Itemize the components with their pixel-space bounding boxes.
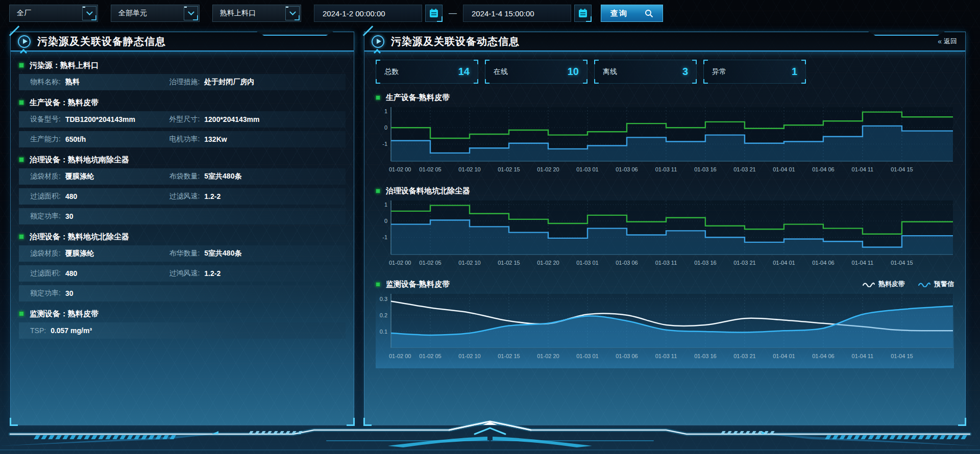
legend-item[interactable]: 预警信 <box>918 280 954 289</box>
chart-wrap: 10-101-02 0001-02 0501-02 1001-02 1501-0… <box>376 197 954 275</box>
info-pair: 过滤面积:480 <box>30 192 77 201</box>
info-pair: TSP:0.057 mg/m³ <box>30 326 92 335</box>
chart-canvas-1: 10-101-02 0001-02 0501-02 1001-02 1501-0… <box>376 197 955 273</box>
corner-bracket <box>692 79 697 84</box>
info-value: 覆膜涤纶 <box>65 249 94 258</box>
chart-title: 治理设备料地坑北除尘器 <box>376 184 954 197</box>
chart-title: 监测设备-熟料皮带熟料皮带预警信 <box>376 278 954 291</box>
svg-text:01-02 00: 01-02 00 <box>389 166 411 172</box>
charts-area: 生产设备-熟料皮带10-101-02 0001-02 0501-02 1001-… <box>376 91 954 368</box>
back-button[interactable]: « 返回 <box>938 32 957 51</box>
section-title: 监测设备：熟料皮带 <box>30 309 99 319</box>
svg-text:1: 1 <box>384 108 387 114</box>
svg-text:01-03 01: 01-03 01 <box>576 260 598 266</box>
info-value: 0.057 mg/m³ <box>51 326 92 335</box>
info-value: 熟料 <box>65 78 80 87</box>
info-label: 过滤面积: <box>30 192 61 201</box>
svg-text:01-03 16: 01-03 16 <box>694 260 716 266</box>
svg-text:01-02 15: 01-02 15 <box>498 166 520 172</box>
svg-text:01-02 00: 01-02 00 <box>389 353 411 359</box>
corner-bracket <box>703 60 708 64</box>
device-stats-row: 总数14在线10离线3异常1 <box>376 60 954 84</box>
info-label: 过滤风速: <box>169 192 200 201</box>
svg-text:01-03 21: 01-03 21 <box>733 166 755 172</box>
info-pair: 布华数量:5室共480条 <box>169 249 241 258</box>
info-pair: 额定功率:30 <box>30 212 73 221</box>
svg-text:01-02 10: 01-02 10 <box>458 260 480 266</box>
end-date-field[interactable]: 2024-1-4 15:00:00 <box>463 5 571 22</box>
chart-title-text: 生产设备-熟料皮带 <box>386 93 450 103</box>
info-label: 布袋数量: <box>169 172 200 181</box>
info-value: 30 <box>65 212 74 220</box>
legend-item[interactable]: 熟料皮带 <box>863 280 905 289</box>
select-unit[interactable]: 全部单元 <box>111 5 200 22</box>
stat-card: 异常1 <box>703 60 806 84</box>
svg-text:-1: -1 <box>382 234 387 240</box>
select-plant[interactable]: 全厂 <box>9 5 98 22</box>
svg-text:01-04 06: 01-04 06 <box>812 353 834 359</box>
query-button[interactable]: 查询 <box>601 5 663 22</box>
svg-text:0.1: 0.1 <box>380 329 387 335</box>
svg-text:01-04 15: 01-04 15 <box>891 166 913 172</box>
svg-text:01-04 01: 01-04 01 <box>773 166 795 172</box>
green-square-icon <box>376 189 380 193</box>
stat-value: 14 <box>458 66 470 78</box>
svg-text:01-03 11: 01-03 11 <box>655 353 677 359</box>
info-row: 过滤面积:480过滤风速:1.2-2 <box>19 188 346 205</box>
svg-text:01-03 06: 01-03 06 <box>616 166 638 172</box>
corner-bracket <box>801 79 806 84</box>
svg-text:01-02 20: 01-02 20 <box>537 166 559 172</box>
header-notch-decoration <box>868 32 945 36</box>
chart-canvas-2: 0.30.20.101-02 0001-02 0501-02 1001-02 1… <box>376 291 955 366</box>
search-icon <box>645 9 653 18</box>
section-title: 污染源：熟料上料口 <box>30 61 99 70</box>
info-row: 过滤面积:480过鸿风速:1.2-2 <box>19 265 346 282</box>
chevron-down-icon[interactable] <box>184 6 198 20</box>
svg-text:01-02 15: 01-02 15 <box>498 353 520 359</box>
info-row: 物料名称:熟料治理措施:处于封闭厂房内 <box>19 74 346 90</box>
select-pollution-source[interactable]: 熟料上料口 <box>212 5 301 22</box>
svg-text:01-02 20: 01-02 20 <box>537 260 559 266</box>
calendar-button[interactable] <box>425 5 443 22</box>
chart-canvas-0: 10-101-02 0001-02 0501-02 1001-02 1501-0… <box>376 104 955 180</box>
info-label: 额定功率: <box>30 289 61 298</box>
wave-line-icon <box>918 281 930 287</box>
info-value: 650t/h <box>65 135 86 143</box>
info-pair: 过滤风速:1.2-2 <box>169 192 220 201</box>
info-label: 过滤面积: <box>30 269 61 278</box>
svg-text:0: 0 <box>384 218 387 224</box>
chart-block-2: 监测设备-熟料皮带熟料皮带预警信0.30.20.101-02 0001-02 0… <box>376 278 954 368</box>
info-value: 处于封闭厂房内 <box>204 78 254 87</box>
green-square-icon <box>376 95 380 100</box>
chevron-down-icon[interactable] <box>285 6 300 20</box>
green-square-icon <box>19 100 24 105</box>
info-label: 布华数量: <box>169 249 200 258</box>
chevron-down-icon[interactable] <box>82 6 96 20</box>
svg-text:01-03 16: 01-03 16 <box>694 166 716 172</box>
play-circle-icon <box>372 35 384 48</box>
svg-text:01-02 05: 01-02 05 <box>419 353 441 359</box>
corner-bracket <box>485 79 489 84</box>
corner-bracket <box>376 79 380 84</box>
corner-bracket <box>583 60 587 64</box>
chart-block-1: 治理设备料地坑北除尘器10-101-02 0001-02 0501-02 100… <box>376 184 954 275</box>
info-row: 额定功率:30 <box>19 208 346 224</box>
section-title: 治理设备：熟料地坑北除尘器 <box>30 232 129 242</box>
wave-line-icon <box>863 281 875 287</box>
start-date-field[interactable]: 2024-1-2 00:00:00 <box>314 5 422 22</box>
section-header: 治理设备：熟料地坑北除尘器 <box>19 228 346 245</box>
svg-text:01-04 06: 01-04 06 <box>812 260 834 266</box>
corner-bracket <box>594 60 599 64</box>
section-title: 生产设备：熟料皮带 <box>30 98 99 108</box>
stat-label: 异常 <box>712 67 726 77</box>
corner-bracket <box>10 418 18 426</box>
date-range-separator: — <box>449 9 457 18</box>
chart-legend: 熟料皮带预警信 <box>849 280 954 289</box>
section-header: 污染源：熟料上料口 <box>19 57 346 74</box>
info-value: 480 <box>65 192 77 200</box>
stat-label: 总数 <box>384 67 399 77</box>
corner-bracket <box>703 79 708 84</box>
svg-text:01-02 15: 01-02 15 <box>498 260 520 266</box>
calendar-button[interactable] <box>574 5 592 22</box>
info-label: 治理措施: <box>169 78 200 87</box>
